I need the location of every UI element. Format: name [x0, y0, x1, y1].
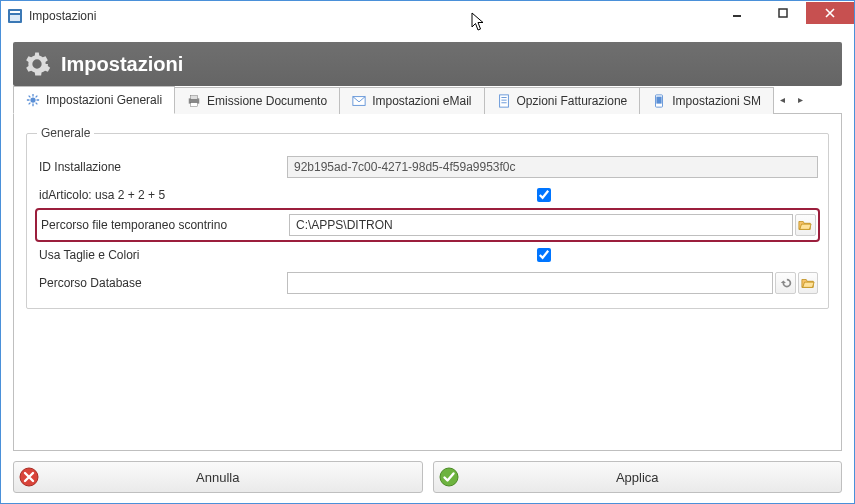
tab-label: Opzioni Fatturazione — [517, 94, 628, 108]
svg-rect-4 — [779, 9, 787, 17]
footer-buttons: Annulla Applica — [13, 451, 842, 493]
tab-scroll-right-icon[interactable]: ▸ — [793, 86, 809, 113]
row-id-installazione: ID Installazione — [37, 154, 818, 180]
input-percorso-temp[interactable] — [289, 214, 793, 236]
input-id-installazione[interactable] — [287, 156, 818, 178]
checkbox-id-articolo[interactable] — [537, 188, 551, 202]
close-button[interactable] — [806, 2, 854, 24]
row-percorso-temp: Percorso file temporaneo scontrino — [37, 210, 818, 240]
row-percorso-db: Percorso Database — [37, 270, 818, 296]
tab-impostazioni-generali[interactable]: Impostazioni Generali — [13, 86, 175, 114]
tab-impostazioni-email[interactable]: Impostazioni eMail — [339, 87, 484, 114]
tab-impostazioni-sm[interactable]: Impostazioni SM — [639, 87, 774, 114]
label-taglie-colori: Usa Taglie e Colori — [37, 248, 287, 262]
app-icon — [7, 8, 23, 24]
svg-rect-8 — [191, 103, 198, 107]
input-percorso-db[interactable] — [287, 272, 773, 294]
page-header: Impostazioni — [13, 42, 842, 86]
group-legend: Generale — [37, 126, 94, 140]
apply-label: Applica — [464, 470, 842, 485]
svg-rect-1 — [10, 11, 20, 13]
svg-rect-7 — [191, 96, 198, 100]
tab-opzioni-fatturazione[interactable]: Opzioni Fatturazione — [484, 87, 641, 114]
tab-page-generali: Generale ID Installazione idArticolo: us… — [13, 114, 842, 451]
row-id-articolo: idArticolo: usa 2 + 2 + 5 — [37, 182, 818, 208]
tab-label: Impostazioni eMail — [372, 94, 471, 108]
window-title: Impostazioni — [29, 9, 714, 23]
folder-open-icon — [801, 276, 815, 290]
cancel-button[interactable]: Annulla — [13, 461, 423, 493]
browse-temp-button[interactable] — [795, 214, 816, 236]
label-id-articolo: idArticolo: usa 2 + 2 + 5 — [37, 188, 287, 202]
cancel-icon — [14, 466, 44, 488]
svg-rect-3 — [733, 15, 741, 17]
settings-window: Impostazioni Impostazioni Impostazioni G… — [0, 0, 855, 504]
document-icon — [497, 94, 511, 108]
folder-open-icon — [798, 218, 812, 232]
titlebar: Impostazioni — [1, 0, 854, 30]
gear-icon — [23, 50, 51, 78]
minimize-button[interactable] — [714, 2, 760, 24]
tab-label: Impostazioni Generali — [46, 93, 162, 107]
mail-icon — [352, 94, 366, 108]
gear-small-icon — [26, 93, 40, 107]
reset-db-button[interactable] — [775, 272, 795, 294]
svg-point-5 — [30, 97, 35, 102]
tab-scroll-left-icon[interactable]: ◂ — [775, 86, 791, 113]
label-id-installazione: ID Installazione — [37, 160, 287, 174]
label-percorso-db: Percorso Database — [37, 276, 287, 290]
phone-icon — [652, 94, 666, 108]
tab-label: Emissione Documento — [207, 94, 327, 108]
tab-emissione-documento[interactable]: Emissione Documento — [174, 87, 340, 114]
checkbox-taglie-colori[interactable] — [537, 248, 551, 262]
row-taglie-colori: Usa Taglie e Colori — [37, 242, 818, 268]
maximize-button[interactable] — [760, 2, 806, 24]
apply-icon — [434, 466, 464, 488]
group-generale: Generale ID Installazione idArticolo: us… — [26, 126, 829, 309]
apply-button[interactable]: Applica — [433, 461, 843, 493]
svg-rect-10 — [499, 95, 508, 107]
svg-rect-12 — [657, 97, 662, 104]
content-area: Impostazioni Impostazioni Generali Emiss… — [1, 30, 854, 503]
tab-label: Impostazioni SM — [672, 94, 761, 108]
browse-db-button[interactable] — [798, 272, 818, 294]
page-title: Impostazioni — [61, 53, 183, 76]
window-controls — [714, 1, 854, 30]
undo-icon — [779, 276, 793, 290]
label-percorso-temp: Percorso file temporaneo scontrino — [39, 218, 289, 232]
tab-bar: Impostazioni Generali Emissione Document… — [13, 86, 842, 114]
svg-rect-2 — [10, 15, 20, 21]
cancel-label: Annulla — [44, 470, 422, 485]
printer-icon — [187, 94, 201, 108]
